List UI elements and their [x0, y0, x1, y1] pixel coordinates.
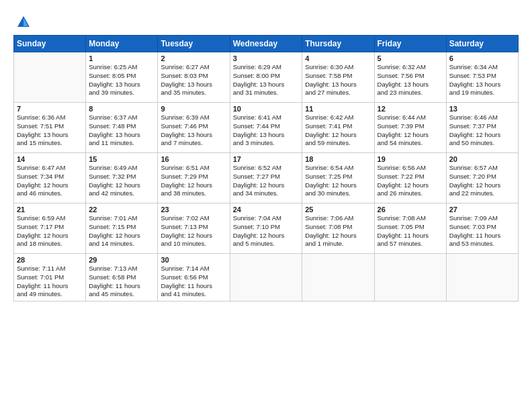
- day-info: Sunrise: 6:52 AM Sunset: 7:27 PM Dayligh…: [233, 164, 300, 198]
- calendar-cell: 1Sunrise: 6:25 AM Sunset: 8:05 PM Daylig…: [86, 52, 158, 103]
- calendar-cell: 23Sunrise: 7:02 AM Sunset: 7:13 PM Dayli…: [158, 203, 230, 254]
- calendar-cell: 21Sunrise: 6:59 AM Sunset: 7:17 PM Dayli…: [14, 203, 86, 254]
- day-number: 5: [378, 54, 443, 62]
- calendar-week-row: 21Sunrise: 6:59 AM Sunset: 7:17 PM Dayli…: [14, 203, 519, 254]
- calendar-cell: 6Sunrise: 6:34 AM Sunset: 7:53 PM Daylig…: [446, 52, 518, 103]
- weekday-header: Friday: [374, 36, 446, 52]
- day-info: Sunrise: 6:41 AM Sunset: 7:44 PM Dayligh…: [233, 113, 300, 148]
- day-number: 21: [17, 205, 83, 214]
- day-info: Sunrise: 6:47 AM Sunset: 7:34 PM Dayligh…: [17, 164, 83, 198]
- calendar-week-row: 28Sunrise: 7:11 AM Sunset: 7:01 PM Dayli…: [14, 254, 519, 302]
- day-info: Sunrise: 7:11 AM Sunset: 7:01 PM Dayligh…: [17, 265, 83, 299]
- day-number: 22: [89, 205, 154, 214]
- day-number: 13: [449, 105, 515, 113]
- calendar-cell: 30Sunrise: 7:14 AM Sunset: 6:56 PM Dayli…: [158, 254, 230, 302]
- day-number: 11: [305, 105, 371, 113]
- day-info: Sunrise: 6:29 AM Sunset: 8:00 PM Dayligh…: [233, 63, 300, 97]
- day-info: Sunrise: 6:56 AM Sunset: 7:22 PM Dayligh…: [378, 164, 443, 198]
- day-number: 3: [233, 54, 300, 62]
- day-info: Sunrise: 6:34 AM Sunset: 7:53 PM Dayligh…: [449, 63, 515, 97]
- calendar-week-row: 1Sunrise: 6:25 AM Sunset: 8:05 PM Daylig…: [14, 52, 519, 103]
- day-number: 20: [449, 155, 515, 163]
- weekday-header: Wednesday: [230, 36, 302, 52]
- day-info: Sunrise: 6:27 AM Sunset: 8:03 PM Dayligh…: [161, 63, 226, 97]
- svg-marker-1: [24, 18, 28, 26]
- day-number: 17: [233, 155, 300, 163]
- calendar-cell: [374, 254, 446, 302]
- day-number: 10: [233, 105, 300, 113]
- day-number: 23: [161, 205, 226, 214]
- calendar-cell: 3Sunrise: 6:29 AM Sunset: 8:00 PM Daylig…: [230, 52, 302, 103]
- day-number: 16: [161, 155, 226, 163]
- day-info: Sunrise: 6:42 AM Sunset: 7:41 PM Dayligh…: [305, 113, 371, 148]
- day-info: Sunrise: 7:14 AM Sunset: 6:56 PM Dayligh…: [161, 265, 226, 299]
- day-info: Sunrise: 7:04 AM Sunset: 7:10 PM Dayligh…: [233, 214, 300, 248]
- day-info: Sunrise: 7:13 AM Sunset: 6:58 PM Dayligh…: [89, 265, 154, 299]
- calendar-cell: 4Sunrise: 6:30 AM Sunset: 7:58 PM Daylig…: [302, 52, 374, 103]
- day-number: 25: [305, 205, 371, 214]
- day-number: 19: [378, 155, 443, 163]
- day-info: Sunrise: 6:32 AM Sunset: 7:56 PM Dayligh…: [378, 63, 443, 97]
- day-number: 12: [378, 105, 443, 113]
- calendar-cell: 26Sunrise: 7:08 AM Sunset: 7:05 PM Dayli…: [374, 203, 446, 254]
- page: SundayMondayTuesdayWednesdayThursdayFrid…: [0, 0, 532, 411]
- day-number: 4: [305, 54, 371, 62]
- weekday-header: Tuesday: [158, 36, 230, 52]
- day-number: 26: [378, 205, 443, 214]
- calendar-cell: 14Sunrise: 6:47 AM Sunset: 7:34 PM Dayli…: [14, 153, 86, 203]
- logo: [13, 15, 31, 30]
- calendar-cell: 8Sunrise: 6:37 AM Sunset: 7:48 PM Daylig…: [86, 103, 158, 153]
- day-number: 24: [233, 205, 300, 214]
- day-info: Sunrise: 6:44 AM Sunset: 7:39 PM Dayligh…: [378, 113, 443, 148]
- calendar-cell: 16Sunrise: 6:51 AM Sunset: 7:29 PM Dayli…: [158, 153, 230, 203]
- weekday-header-row: SundayMondayTuesdayWednesdayThursdayFrid…: [14, 36, 519, 52]
- calendar-cell: 28Sunrise: 7:11 AM Sunset: 7:01 PM Dayli…: [14, 254, 86, 302]
- calendar-cell: [14, 52, 86, 103]
- weekday-header: Monday: [86, 36, 158, 52]
- calendar-cell: 20Sunrise: 6:57 AM Sunset: 7:20 PM Dayli…: [446, 153, 518, 203]
- calendar-week-row: 7Sunrise: 6:36 AM Sunset: 7:51 PM Daylig…: [14, 103, 519, 153]
- day-info: Sunrise: 7:01 AM Sunset: 7:15 PM Dayligh…: [89, 214, 154, 248]
- calendar-cell: 11Sunrise: 6:42 AM Sunset: 7:41 PM Dayli…: [302, 103, 374, 153]
- weekday-header: Sunday: [14, 36, 86, 52]
- day-info: Sunrise: 6:51 AM Sunset: 7:29 PM Dayligh…: [161, 164, 226, 198]
- calendar-cell: 9Sunrise: 6:39 AM Sunset: 7:46 PM Daylig…: [158, 103, 230, 153]
- day-info: Sunrise: 6:25 AM Sunset: 8:05 PM Dayligh…: [89, 63, 154, 97]
- calendar-cell: [446, 254, 518, 302]
- calendar-cell: 2Sunrise: 6:27 AM Sunset: 8:03 PM Daylig…: [158, 52, 230, 103]
- logo-icon: [16, 15, 31, 30]
- day-info: Sunrise: 6:59 AM Sunset: 7:17 PM Dayligh…: [17, 214, 83, 248]
- day-number: 27: [449, 205, 515, 214]
- day-info: Sunrise: 7:09 AM Sunset: 7:03 PM Dayligh…: [449, 214, 515, 248]
- calendar-cell: 24Sunrise: 7:04 AM Sunset: 7:10 PM Dayli…: [230, 203, 302, 254]
- calendar-cell: 7Sunrise: 6:36 AM Sunset: 7:51 PM Daylig…: [14, 103, 86, 153]
- day-number: 14: [17, 155, 83, 163]
- calendar-cell: 29Sunrise: 7:13 AM Sunset: 6:58 PM Dayli…: [86, 254, 158, 302]
- day-info: Sunrise: 6:30 AM Sunset: 7:58 PM Dayligh…: [305, 63, 371, 97]
- calendar-week-row: 14Sunrise: 6:47 AM Sunset: 7:34 PM Dayli…: [14, 153, 519, 203]
- calendar-table: SundayMondayTuesdayWednesdayThursdayFrid…: [13, 35, 519, 302]
- day-info: Sunrise: 7:06 AM Sunset: 7:08 PM Dayligh…: [305, 214, 371, 248]
- day-info: Sunrise: 6:46 AM Sunset: 7:37 PM Dayligh…: [449, 113, 515, 148]
- day-number: 29: [89, 256, 154, 264]
- calendar-cell: 19Sunrise: 6:56 AM Sunset: 7:22 PM Dayli…: [374, 153, 446, 203]
- header: [13, 12, 519, 30]
- weekday-header: Saturday: [446, 36, 518, 52]
- day-info: Sunrise: 6:39 AM Sunset: 7:46 PM Dayligh…: [161, 113, 226, 148]
- day-info: Sunrise: 7:08 AM Sunset: 7:05 PM Dayligh…: [378, 214, 443, 248]
- day-info: Sunrise: 6:49 AM Sunset: 7:32 PM Dayligh…: [89, 164, 154, 198]
- calendar-cell: 5Sunrise: 6:32 AM Sunset: 7:56 PM Daylig…: [374, 52, 446, 103]
- calendar-cell: [230, 254, 302, 302]
- calendar-cell: 15Sunrise: 6:49 AM Sunset: 7:32 PM Dayli…: [86, 153, 158, 203]
- day-number: 7: [17, 105, 83, 113]
- calendar-cell: 22Sunrise: 7:01 AM Sunset: 7:15 PM Dayli…: [86, 203, 158, 254]
- day-number: 15: [89, 155, 154, 163]
- day-info: Sunrise: 6:37 AM Sunset: 7:48 PM Dayligh…: [89, 113, 154, 148]
- calendar-cell: 25Sunrise: 7:06 AM Sunset: 7:08 PM Dayli…: [302, 203, 374, 254]
- day-info: Sunrise: 6:54 AM Sunset: 7:25 PM Dayligh…: [305, 164, 371, 198]
- day-number: 28: [17, 256, 83, 264]
- day-number: 9: [161, 105, 226, 113]
- day-number: 6: [449, 54, 515, 62]
- calendar-cell: 18Sunrise: 6:54 AM Sunset: 7:25 PM Dayli…: [302, 153, 374, 203]
- weekday-header: Thursday: [302, 36, 374, 52]
